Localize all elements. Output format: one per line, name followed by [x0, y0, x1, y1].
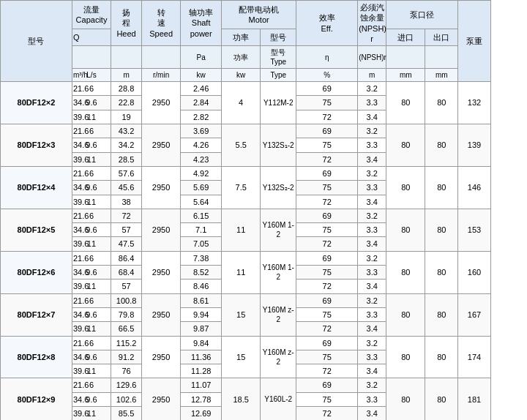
h: 76 [111, 364, 142, 378]
table-row: 80DF12×821.66115.229509.8415Y160M z-2693… [1, 336, 527, 350]
pa: 7.38 [181, 251, 222, 265]
h: 86.4 [111, 251, 142, 265]
eff: 72 [296, 364, 358, 378]
motor-type: Y160L-2 [261, 378, 296, 420]
h: 79.8 [111, 307, 142, 321]
speed: 2950 [142, 293, 181, 336]
pa: 9.87 [181, 322, 222, 336]
inlet: 80 [386, 166, 425, 209]
npsh: 3.4 [358, 364, 386, 378]
eff: 75 [296, 138, 358, 152]
header-row-3: Pa 功率 型号Type η (NPSH)r [1, 46, 527, 69]
pa: 12.69 [181, 407, 222, 420]
col-motor-group: 配带电动机Motor [222, 1, 296, 29]
eff: 69 [296, 336, 358, 350]
eff: 75 [296, 350, 358, 364]
motor-kw: 5.5 [222, 124, 261, 167]
npsh: 3.4 [358, 322, 386, 336]
npsh: 3.3 [358, 138, 386, 152]
table-row: 80DF12×521.667229506.1511Y160M 1-2693.28… [1, 209, 527, 222]
motor-kw: 18.5 [222, 378, 261, 420]
h: 85.5 [111, 407, 142, 420]
model-cell: 80DF12×6 [1, 251, 72, 293]
col-outlet: 出口 [425, 29, 458, 46]
col-capacity: 流量Capacity [72, 1, 111, 29]
h: 91.2 [111, 350, 142, 364]
pa: 4.23 [181, 152, 222, 166]
npsh: 3.2 [358, 293, 386, 307]
npsh: 3.2 [358, 166, 386, 180]
pa: 4.26 [181, 138, 222, 152]
col-port-group: 泵口径 [386, 1, 458, 29]
outlet: 80 [425, 124, 458, 167]
h: 57.6 [111, 166, 142, 180]
model-cell: 80DF12×4 [1, 166, 72, 209]
motor-kw: 15 [222, 336, 261, 378]
motor-kw: 15 [222, 293, 261, 336]
npsh: 3.3 [358, 266, 386, 280]
col-motor-type: 型号 [261, 29, 296, 46]
inlet: 80 [386, 124, 425, 167]
eff: 75 [296, 307, 358, 321]
speed: 2950 [142, 378, 181, 420]
inlet: 80 [386, 378, 425, 420]
pa: 7.1 [181, 223, 222, 237]
h: 45.6 [111, 181, 142, 195]
table-row: 80DF12×721.66100.829508.6115Y160M z-2693… [1, 293, 527, 307]
motor-type: Y160M z-2 [261, 293, 296, 336]
pa: 6.15 [181, 209, 222, 222]
inlet: 80 [386, 293, 425, 336]
motor-type: Y132S₂-2 [261, 166, 296, 209]
unit-h: m [111, 69, 142, 82]
eff: 72 [296, 407, 358, 420]
table-row: 80DF12×921.66129.6295011.0718.5Y160L-269… [1, 378, 527, 392]
pa: 2.46 [181, 82, 222, 96]
eff: 69 [296, 209, 358, 222]
npsh: 3.3 [358, 307, 386, 321]
eff: 75 [296, 96, 358, 110]
unit-motor-kw: kw [222, 69, 261, 82]
eff: 72 [296, 322, 358, 336]
weight: 174 [458, 336, 491, 378]
h: 38 [111, 195, 142, 209]
h: 19 [111, 110, 142, 124]
npsh: 3.3 [358, 350, 386, 364]
weight: 139 [458, 124, 491, 167]
speed: 2950 [142, 166, 181, 209]
pa: 3.69 [181, 124, 222, 138]
weight: 153 [458, 209, 491, 251]
speed: 2950 [142, 82, 181, 124]
npsh: 3.2 [358, 209, 386, 222]
h: 43.2 [111, 124, 142, 138]
h: 34.2 [111, 138, 142, 152]
col-shaft-power: 轴功率Shaftpower [181, 1, 222, 46]
motor-type: Y160M 1-2 [261, 251, 296, 293]
col-npsh: 必须汽蚀余量(NPSH)r [358, 1, 386, 46]
pa: 5.69 [181, 181, 222, 195]
npsh: 3.3 [358, 96, 386, 110]
weight: 160 [458, 251, 491, 293]
eff: 69 [296, 293, 358, 307]
motor-type: Y132S₁-2 [261, 124, 296, 167]
sym-motor-type: 型号Type [261, 46, 296, 69]
motor-type: Y112M-2 [261, 82, 296, 124]
weight: 167 [458, 293, 491, 336]
model-cell: 80DF12×3 [1, 124, 72, 167]
model-cell: 80DF12×9 [1, 378, 72, 420]
h: 72 [111, 209, 142, 222]
eff: 72 [296, 152, 358, 166]
npsh: 3.2 [358, 251, 386, 265]
table-row: 80DF12×621.6686.429507.3811Y160M 1-2693.… [1, 251, 527, 265]
npsh: 3.4 [358, 152, 386, 166]
eff: 69 [296, 378, 358, 392]
speed: 2950 [142, 336, 181, 378]
unit-outlet: mm [425, 69, 458, 82]
col-head: 扬程Heed [111, 1, 142, 46]
table-row: 80DF12×221.6628.829502.464Y112M-2693.280… [1, 82, 527, 96]
npsh: 3.2 [358, 378, 386, 392]
pa: 12.78 [181, 392, 222, 406]
h: 28.5 [111, 152, 142, 166]
npsh: 3.3 [358, 392, 386, 406]
col-model: 型号 [1, 1, 72, 82]
inlet: 80 [386, 82, 425, 124]
